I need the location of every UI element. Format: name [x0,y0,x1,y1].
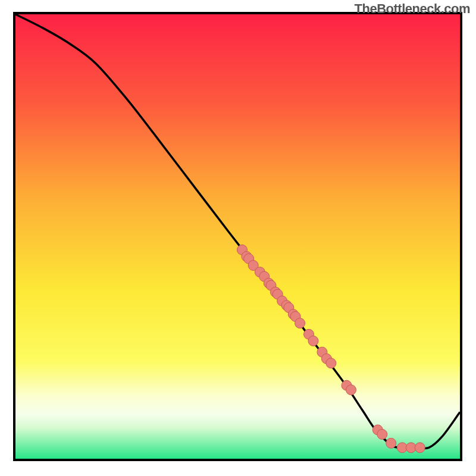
plot-svg [15,14,460,459]
watermark-text: TheBottleneck.com [355,1,470,17]
marker-dot [415,443,425,453]
marker-dot [386,438,396,448]
marker-dot [295,318,305,328]
marker-dot [346,385,356,395]
marker-dot [326,358,336,368]
marker-dot [377,429,387,439]
gradient-background [15,14,460,459]
plot-frame [13,12,462,461]
chart-stage: TheBottleneck.com [0,0,476,476]
marker-dot [308,336,318,346]
